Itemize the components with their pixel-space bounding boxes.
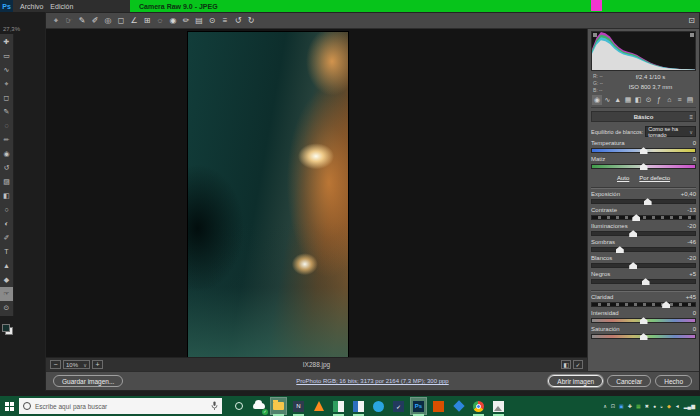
workflow-options-link[interactable]: ProPhoto RGB; 16 bits; 3173 por 2164 (7,… <box>177 378 569 384</box>
slider-thumb[interactable] <box>616 246 624 253</box>
diamond-app-icon[interactable] <box>451 398 466 414</box>
done-button[interactable]: Hecho <box>655 375 692 387</box>
negros-slider-track[interactable] <box>591 279 696 284</box>
spreadsheet-app-icon[interactable] <box>331 398 346 414</box>
healing-brush-tool-icon[interactable]: ◌ <box>0 119 13 133</box>
tray-app-7-icon[interactable]: ◒ <box>660 402 663 410</box>
eyedropper-tool-icon[interactable]: ✎ <box>0 105 13 119</box>
hand-tool-icon[interactable]: ☞ <box>0 287 13 301</box>
save-image-button[interactable]: Guardar imagen... <box>53 375 123 387</box>
crop-tool-icon[interactable]: ◻ <box>0 91 13 105</box>
color-swatches[interactable] <box>2 324 13 335</box>
default-link[interactable]: Por defecto <box>639 175 670 181</box>
dodge-tool-icon[interactable]: ◐ <box>0 217 13 231</box>
lasso-tool-icon[interactable]: ∿ <box>0 63 13 77</box>
blur-tool-icon[interactable]: ○ <box>0 203 13 217</box>
zoom-tool-icon[interactable]: ⌖ <box>50 15 62 27</box>
rotate-left-button-icon[interactable]: ↺ <box>232 15 244 27</box>
start-button[interactable] <box>0 396 19 416</box>
targeted-adjustment-tool-icon[interactable]: ◎ <box>102 15 114 27</box>
tab-lens-corrections-icon[interactable]: ⊙ <box>644 95 654 105</box>
menu-archivo[interactable]: Archivo <box>20 3 43 10</box>
pen-tool-icon[interactable]: ✐ <box>0 231 13 245</box>
sombras-slider-track[interactable] <box>591 247 696 252</box>
tray-app-1-icon[interactable]: ⊡ <box>611 402 615 410</box>
file-explorer-icon[interactable] <box>271 398 286 414</box>
messenger-app-icon[interactable] <box>371 398 386 414</box>
move-tool-icon[interactable]: ✚ <box>0 35 13 49</box>
slider-thumb[interactable] <box>640 317 648 324</box>
auto-link[interactable]: Auto <box>617 175 629 181</box>
tray-app-4-icon[interactable]: ▦ <box>636 402 641 410</box>
tab-presets-icon[interactable]: ≡ <box>675 95 685 105</box>
white-balance-tool-icon[interactable]: ✎ <box>76 15 88 27</box>
camera-raw-titlebar[interactable]: Camera Raw 9.0 - JPEG <box>130 0 700 12</box>
saturacion-slider-track[interactable] <box>591 334 696 339</box>
photoshop-icon[interactable]: Ps <box>411 398 426 414</box>
eraser-tool-icon[interactable]: ▨ <box>0 175 13 189</box>
shadow-clip-icon[interactable] <box>593 33 597 37</box>
blancos-slider-track[interactable] <box>591 263 696 268</box>
document-app-icon[interactable] <box>351 398 366 414</box>
panel-menu-icon[interactable]: ≡ <box>689 114 693 120</box>
slider-thumb[interactable] <box>642 278 650 285</box>
exposicion-slider-track[interactable] <box>591 199 696 204</box>
slider-thumb[interactable] <box>640 163 648 170</box>
white-balance-select[interactable]: Como se ha tomado ∨ <box>645 126 696 137</box>
photos-icon[interactable] <box>491 398 506 414</box>
slider-thumb[interactable] <box>662 301 670 308</box>
slider-thumb[interactable] <box>629 230 637 237</box>
highlight-clip-icon[interactable] <box>690 33 694 37</box>
gradient-tool-icon[interactable]: ◧ <box>0 189 13 203</box>
graduated-filter-tool-icon[interactable]: ▤ <box>193 15 205 27</box>
matiz-slider-track[interactable] <box>591 164 696 169</box>
intensidad-slider-track[interactable] <box>591 318 696 323</box>
tab-detail-icon[interactable]: ▲ <box>613 95 623 105</box>
onedrive-icon[interactable]: ✓ <box>251 398 266 414</box>
spot-removal-tool-icon[interactable]: ◌ <box>154 15 166 27</box>
claridad-slider-track[interactable] <box>591 302 696 307</box>
tray-network-icon[interactable]: ▂▄▆ <box>684 402 695 410</box>
type-tool-icon[interactable]: T <box>0 245 13 259</box>
slider-thumb[interactable] <box>629 262 637 269</box>
tab-effects-icon[interactable]: ƒ <box>654 95 664 105</box>
contraste-slider-track[interactable] <box>591 215 696 220</box>
tasks-app-icon[interactable]: ✓ <box>391 398 406 414</box>
cancel-button[interactable]: Cancelar <box>607 375 651 387</box>
tab-tone-curve-icon[interactable]: ∿ <box>602 95 612 105</box>
iluminaciones-slider-track[interactable] <box>591 231 696 236</box>
notes-app-icon[interactable]: N <box>291 398 306 414</box>
slider-thumb[interactable] <box>640 147 648 154</box>
marquee-tool-icon[interactable]: ▭ <box>0 49 13 63</box>
clone-stamp-tool-icon[interactable]: ◉ <box>0 147 13 161</box>
preferences-button-icon[interactable]: ≡ <box>219 15 231 27</box>
fullscreen-toggle-icon[interactable]: ⊡ <box>688 16 695 25</box>
foreground-color-swatch[interactable] <box>2 324 10 332</box>
red-eye-tool-icon[interactable]: ◉ <box>167 15 179 27</box>
slider-thumb[interactable] <box>632 214 640 221</box>
radial-filter-tool-icon[interactable]: ⊙ <box>206 15 218 27</box>
tab-split-toning-icon[interactable]: ◧ <box>633 95 643 105</box>
brush-tool-icon[interactable]: ✏ <box>0 133 13 147</box>
slider-thumb[interactable] <box>640 333 648 340</box>
shape-tool-icon[interactable]: ◆ <box>0 273 13 287</box>
transform-tool-icon[interactable]: ⊞ <box>141 15 153 27</box>
tray-volume-icon[interactable]: ◄ <box>675 402 680 410</box>
vlc-icon[interactable] <box>311 398 326 414</box>
tab-basic-icon[interactable]: ◉ <box>592 95 602 105</box>
tray-app-5-icon[interactable]: ✖ <box>645 402 649 410</box>
path-selection-tool-icon[interactable]: ▲ <box>0 259 13 273</box>
microphone-icon[interactable] <box>211 401 218 411</box>
magic-wand-tool-icon[interactable]: ⌖ <box>0 77 13 91</box>
rotate-right-button-icon[interactable]: ↻ <box>245 15 257 27</box>
menu-edicion[interactable]: Edición <box>50 3 73 10</box>
cortana-icon[interactable] <box>231 398 246 414</box>
histogram[interactable] <box>591 31 696 71</box>
color-sampler-tool-icon[interactable]: ✐ <box>89 15 101 27</box>
tray-app-8-icon[interactable]: ◆ <box>667 402 671 410</box>
tray-app-3-icon[interactable]: ✚ <box>628 402 632 410</box>
history-brush-tool-icon[interactable]: ↺ <box>0 161 13 175</box>
creative-app-icon[interactable] <box>431 398 446 414</box>
tab-snapshots-icon[interactable]: ▤ <box>685 95 695 105</box>
adjustment-brush-tool-icon[interactable]: ✏ <box>180 15 192 27</box>
